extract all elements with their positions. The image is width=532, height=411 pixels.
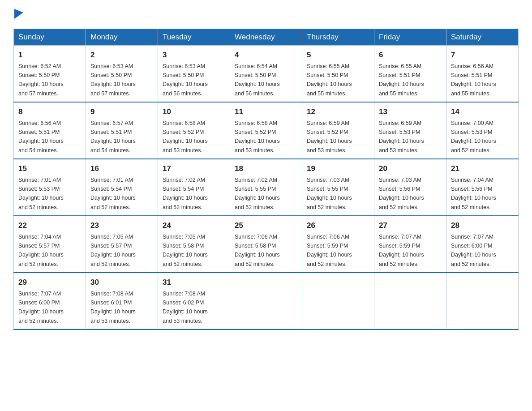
logo (13, 9, 23, 21)
day-number: 4 (235, 49, 297, 61)
day-info: Sunrise: 7:05 AMSunset: 5:57 PMDaylight:… (90, 234, 136, 267)
day-number: 15 (18, 163, 81, 175)
calendar-cell: 13 Sunrise: 6:59 AMSunset: 5:53 PMDaylig… (374, 102, 446, 159)
day-info: Sunrise: 7:08 AMSunset: 6:02 PMDaylight:… (163, 291, 208, 324)
day-info: Sunrise: 7:02 AMSunset: 5:54 PMDaylight:… (163, 177, 208, 210)
day-number: 23 (90, 220, 153, 231)
day-number: 25 (235, 220, 297, 231)
day-number: 22 (18, 220, 81, 231)
svg-marker-0 (14, 9, 23, 19)
day-number: 9 (90, 106, 153, 118)
day-number: 12 (307, 106, 369, 118)
day-number: 17 (163, 163, 225, 175)
weekday-header-monday: Monday (86, 29, 158, 46)
day-info: Sunrise: 7:02 AMSunset: 5:55 PMDaylight:… (235, 177, 280, 210)
day-number: 8 (18, 106, 81, 118)
day-number: 7 (451, 49, 514, 61)
calendar-table: SundayMondayTuesdayWednesdayThursdayFrid… (13, 29, 519, 330)
day-info: Sunrise: 7:01 AMSunset: 5:54 PMDaylight:… (90, 177, 136, 210)
calendar-week-row: 29 Sunrise: 7:07 AMSunset: 6:00 PMDaylig… (14, 273, 519, 330)
day-info: Sunrise: 7:03 AMSunset: 5:55 PMDaylight:… (307, 177, 352, 210)
day-info: Sunrise: 6:59 AMSunset: 5:52 PMDaylight:… (307, 120, 352, 154)
weekday-header-sunday: Sunday (14, 29, 86, 46)
day-number: 16 (90, 163, 153, 175)
day-info: Sunrise: 7:04 AMSunset: 5:57 PMDaylight:… (18, 234, 64, 267)
calendar-cell: 6 Sunrise: 6:55 AMSunset: 5:51 PMDayligh… (374, 46, 446, 103)
calendar-cell: 22 Sunrise: 7:04 AMSunset: 5:57 PMDaylig… (14, 216, 86, 273)
day-info: Sunrise: 6:58 AMSunset: 5:52 PMDaylight:… (235, 120, 280, 154)
calendar-cell: 25 Sunrise: 7:06 AMSunset: 5:58 PMDaylig… (230, 216, 302, 273)
day-info: Sunrise: 7:07 AMSunset: 6:00 PMDaylight:… (451, 234, 496, 267)
day-info: Sunrise: 6:56 AMSunset: 5:51 PMDaylight:… (451, 63, 496, 97)
day-number: 29 (18, 277, 81, 288)
calendar-week-row: 8 Sunrise: 6:56 AMSunset: 5:51 PMDayligh… (14, 102, 519, 159)
calendar-cell: 26 Sunrise: 7:06 AMSunset: 5:59 PMDaylig… (302, 216, 374, 273)
day-info: Sunrise: 6:52 AMSunset: 5:50 PMDaylight:… (18, 63, 64, 97)
logo-arrow-icon (14, 9, 23, 19)
calendar-week-row: 1 Sunrise: 6:52 AMSunset: 5:50 PMDayligh… (14, 46, 519, 103)
calendar-cell: 30 Sunrise: 7:08 AMSunset: 6:01 PMDaylig… (86, 273, 158, 330)
day-number: 21 (451, 163, 514, 175)
day-number: 24 (163, 220, 225, 231)
day-info: Sunrise: 7:07 AMSunset: 6:00 PMDaylight:… (18, 291, 64, 324)
day-info: Sunrise: 7:00 AMSunset: 5:53 PMDaylight:… (451, 120, 496, 154)
day-info: Sunrise: 6:53 AMSunset: 5:50 PMDaylight:… (163, 63, 208, 97)
calendar-cell: 9 Sunrise: 6:57 AMSunset: 5:51 PMDayligh… (86, 102, 158, 159)
calendar-cell: 27 Sunrise: 7:07 AMSunset: 5:59 PMDaylig… (374, 216, 446, 273)
calendar-cell: 29 Sunrise: 7:07 AMSunset: 6:00 PMDaylig… (14, 273, 86, 330)
day-info: Sunrise: 6:56 AMSunset: 5:51 PMDaylight:… (18, 120, 64, 154)
weekday-header-saturday: Saturday (446, 29, 519, 46)
day-number: 13 (379, 106, 442, 118)
calendar-cell: 24 Sunrise: 7:05 AMSunset: 5:58 PMDaylig… (158, 216, 230, 273)
day-info: Sunrise: 7:06 AMSunset: 5:58 PMDaylight:… (235, 234, 280, 267)
weekday-header-tuesday: Tuesday (158, 29, 230, 46)
calendar-cell: 8 Sunrise: 6:56 AMSunset: 5:51 PMDayligh… (14, 102, 86, 159)
calendar-cell: 28 Sunrise: 7:07 AMSunset: 6:00 PMDaylig… (446, 216, 519, 273)
calendar-cell: 14 Sunrise: 7:00 AMSunset: 5:53 PMDaylig… (446, 102, 519, 159)
weekday-header-wednesday: Wednesday (230, 29, 302, 46)
day-info: Sunrise: 6:53 AMSunset: 5:50 PMDaylight:… (90, 63, 136, 97)
calendar-cell (446, 273, 519, 330)
calendar-cell (374, 273, 446, 330)
calendar-cell: 11 Sunrise: 6:58 AMSunset: 5:52 PMDaylig… (230, 102, 302, 159)
day-number: 10 (163, 106, 225, 118)
calendar-cell: 4 Sunrise: 6:54 AMSunset: 5:50 PMDayligh… (230, 46, 302, 103)
day-info: Sunrise: 7:08 AMSunset: 6:01 PMDaylight:… (90, 291, 136, 324)
day-number: 3 (163, 49, 225, 61)
weekday-header-row: SundayMondayTuesdayWednesdayThursdayFrid… (14, 29, 519, 46)
day-number: 5 (307, 49, 369, 61)
day-info: Sunrise: 6:59 AMSunset: 5:53 PMDaylight:… (379, 120, 424, 154)
day-info: Sunrise: 7:04 AMSunset: 5:56 PMDaylight:… (451, 177, 496, 210)
calendar-cell: 2 Sunrise: 6:53 AMSunset: 5:50 PMDayligh… (86, 46, 158, 103)
day-info: Sunrise: 6:55 AMSunset: 5:50 PMDaylight:… (307, 63, 352, 97)
page-header (13, 9, 519, 21)
day-info: Sunrise: 6:58 AMSunset: 5:52 PMDaylight:… (163, 120, 208, 154)
calendar-cell: 23 Sunrise: 7:05 AMSunset: 5:57 PMDaylig… (86, 216, 158, 273)
day-info: Sunrise: 7:03 AMSunset: 5:56 PMDaylight:… (379, 177, 424, 210)
day-number: 1 (18, 49, 81, 61)
day-info: Sunrise: 6:54 AMSunset: 5:50 PMDaylight:… (235, 63, 280, 97)
day-number: 20 (379, 163, 442, 175)
calendar-cell (302, 273, 374, 330)
calendar-week-row: 15 Sunrise: 7:01 AMSunset: 5:53 PMDaylig… (14, 159, 519, 216)
calendar-cell: 19 Sunrise: 7:03 AMSunset: 5:55 PMDaylig… (302, 159, 374, 216)
calendar-cell: 16 Sunrise: 7:01 AMSunset: 5:54 PMDaylig… (86, 159, 158, 216)
day-info: Sunrise: 6:55 AMSunset: 5:51 PMDaylight:… (379, 63, 424, 97)
day-number: 30 (90, 277, 153, 288)
day-number: 14 (451, 106, 514, 118)
calendar-cell: 12 Sunrise: 6:59 AMSunset: 5:52 PMDaylig… (302, 102, 374, 159)
calendar-cell (230, 273, 302, 330)
weekday-header-thursday: Thursday (302, 29, 374, 46)
day-number: 26 (307, 220, 369, 231)
calendar-cell: 3 Sunrise: 6:53 AMSunset: 5:50 PMDayligh… (158, 46, 230, 103)
day-number: 6 (379, 49, 442, 61)
calendar-cell: 5 Sunrise: 6:55 AMSunset: 5:50 PMDayligh… (302, 46, 374, 103)
calendar-cell: 10 Sunrise: 6:58 AMSunset: 5:52 PMDaylig… (158, 102, 230, 159)
day-number: 18 (235, 163, 297, 175)
weekday-header-friday: Friday (374, 29, 446, 46)
calendar-week-row: 22 Sunrise: 7:04 AMSunset: 5:57 PMDaylig… (14, 216, 519, 273)
day-number: 31 (163, 277, 225, 288)
day-number: 11 (235, 106, 297, 118)
day-number: 28 (451, 220, 514, 231)
day-number: 27 (379, 220, 442, 231)
